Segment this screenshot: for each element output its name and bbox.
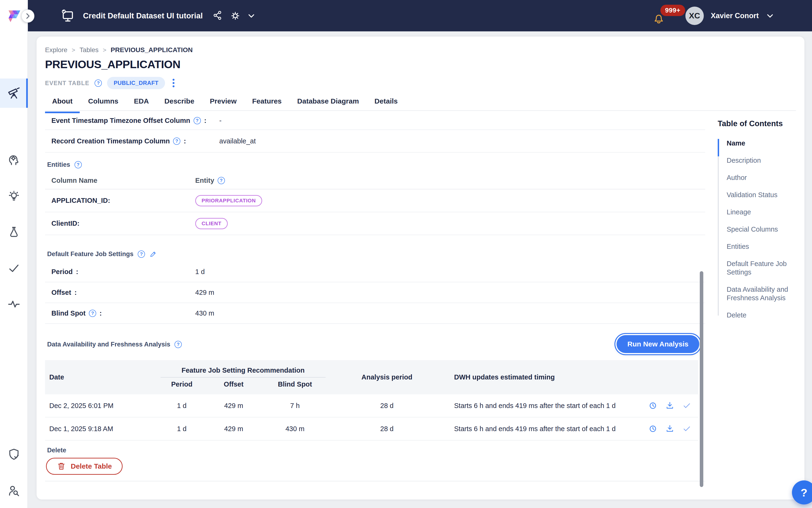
analysis-date: Dec 2, 2025 6:01 PM [45,402,153,410]
setting-row-blind-spot: Blind Spot ? : 430 m [45,303,705,324]
setting-row-period: Period : 1 d [45,261,705,282]
toc-item-validation-status[interactable]: Validation Status [718,190,800,199]
analysis-dwh-timing: Starts 6 h and ends 419 ms after the sta… [441,402,634,410]
toc-item-default-feature-job-settings[interactable]: Default Feature Job Settings [718,259,800,277]
sidebar-item-user-search[interactable] [0,484,28,498]
date-column-header: Date [45,373,153,381]
page-title: PREVIOUS_APPLICATION [45,58,796,71]
analysis-table: Date Feature Job Setting Recommendation … [45,360,698,440]
workspace-monitor-icon [61,8,76,23]
field-row-event-timestamp-offset: Event Timestamp Timezone Offset Column ?… [45,112,705,130]
help-icon[interactable]: ? [75,161,82,168]
entity-tag[interactable]: PRIORAPPLICATION [195,195,262,206]
entity-column-name: ClientID: [51,220,195,227]
toc-item-data-availability[interactable]: Data Availability and Freshness Analysis [718,285,800,302]
help-icon[interactable]: ? [218,177,225,184]
colon: : [184,137,186,145]
dwh-column-header: DWH updates estimated timing [441,373,634,381]
project-switcher[interactable]: Credit Default Dataset UI tutorial [61,8,256,23]
edit-pencil-icon[interactable] [149,250,158,258]
toc-title: Table of Contents [718,119,800,128]
check-icon [7,261,20,275]
entity-tag[interactable]: CLIENT [195,218,228,229]
gear-icon[interactable] [230,10,241,22]
group-column-header: Feature Job Setting Recommendation [153,367,333,374]
help-icon[interactable]: ? [138,250,145,258]
analysis-period-window: 28 d [333,402,441,410]
card-header: Explore > Tables > PREVIOUS_APPLICATION … [37,37,805,111]
featurebyte-logo-icon [7,8,21,23]
trash-icon [57,462,66,471]
breadcrumb-separator: > [103,46,106,54]
sidebar-item-activity[interactable] [0,297,28,310]
notification-count-badge: 999+ [661,5,685,16]
history-clock-icon[interactable] [648,424,658,434]
tab-features[interactable]: Features [252,97,282,111]
sidebar-item-approvals[interactable] [0,261,28,275]
history-clock-icon[interactable] [648,400,658,411]
toc-item-special-columns[interactable]: Special Columns [718,225,800,234]
notifications-button[interactable]: 999+ [653,3,682,29]
field-label: Record Creation Timestamp Column [51,137,170,145]
apply-check-icon[interactable] [682,424,692,434]
shield-check-icon [7,448,20,461]
chevron-down-icon[interactable] [247,11,256,20]
top-bar: Credit Default Dataset UI tutorial 999+ … [0,0,812,31]
table-detail-card: Explore > Tables > PREVIOUS_APPLICATION … [37,37,805,500]
analysis-blind-spot-value: 7 h [257,402,333,410]
help-icon[interactable]: ? [89,310,96,317]
setting-label: Offset [51,289,71,296]
delete-section-title: Delete [47,447,705,454]
run-new-analysis-button[interactable]: Run New Analysis [617,335,699,353]
toc-item-author[interactable]: Author [718,173,800,182]
help-icon[interactable]: ? [193,117,201,124]
toc-item-description[interactable]: Description [718,156,800,165]
user-menu-chevron-icon[interactable] [766,11,774,20]
vertical-scrollbar-thumb[interactable] [700,271,703,487]
analysis-period-value: 1 d [153,402,210,410]
tab-details[interactable]: Details [374,97,398,111]
breadcrumb-explore[interactable]: Explore [45,46,67,54]
table-type-label: EVENT TABLE [45,80,89,87]
analysis-section-title: Data Availability and Freshness Analysis… [47,341,182,348]
help-icon[interactable]: ? [175,341,182,348]
sidebar-item-experiments[interactable] [0,226,28,239]
tab-database-diagram[interactable]: Database Diagram [297,97,359,111]
tab-describe[interactable]: Describe [164,97,194,111]
analysis-table-header: Date Feature Job Setting Recommendation … [45,360,698,394]
tab-bar: About Columns EDA Describe Preview Featu… [45,97,796,111]
toc-item-lineage[interactable]: Lineage [718,208,800,216]
download-icon[interactable] [665,424,675,434]
left-nav-sidebar [0,31,28,508]
apply-check-icon[interactable] [682,400,692,411]
download-icon[interactable] [665,400,675,411]
lightbulb-icon [7,189,20,203]
field-row-record-creation-timestamp: Record Creation Timestamp Column ? : ava… [45,130,705,153]
toc-item-name[interactable]: Name [718,139,800,147]
chevron-right-icon [24,12,31,19]
tab-eda[interactable]: EDA [134,97,149,111]
help-icon[interactable]: ? [95,80,102,87]
avatar[interactable]: XC [685,7,704,25]
tab-columns[interactable]: Columns [88,97,118,111]
toc-item-entities[interactable]: Entities [718,242,800,251]
analysis-date: Dec 1, 2025 9:18 AM [45,425,153,433]
entities-table-header: Column Name Entity ? [45,172,705,189]
help-fab-button[interactable]: ? [792,480,812,504]
sidebar-item-governance[interactable] [0,448,28,461]
share-icon[interactable] [213,10,224,21]
sidebar-item-insights[interactable] [0,189,28,203]
kebab-menu-icon[interactable] [170,78,177,88]
sidebar-item-catalog[interactable] [0,153,28,166]
sidebar-item-explore[interactable] [0,79,28,108]
toc-item-delete[interactable]: Delete [718,311,800,319]
delete-table-button[interactable]: Delete Table [46,458,123,475]
tab-preview[interactable]: Preview [210,97,236,111]
sidebar-collapse-button[interactable] [21,9,35,23]
tab-about[interactable]: About [52,97,73,111]
telescope-icon [7,87,20,100]
help-icon[interactable]: ? [173,137,180,145]
breadcrumb-tables[interactable]: Tables [80,46,98,54]
setting-value: 1 d [195,268,205,276]
flask-icon [7,226,20,239]
